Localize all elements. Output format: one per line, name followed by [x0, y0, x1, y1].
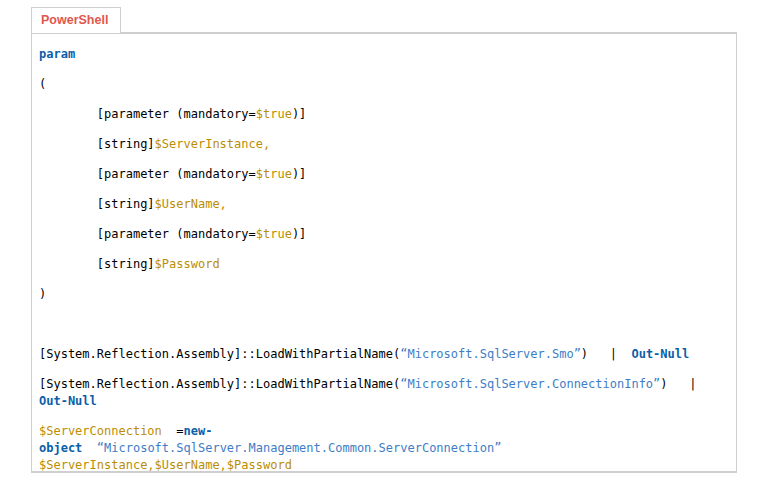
- code-token: [string]: [39, 257, 155, 271]
- tab-powershell-label: PowerShell: [41, 13, 108, 27]
- code-line: [parameter (mandatory=$true)]: [39, 166, 728, 183]
- code-token: $true: [256, 227, 292, 241]
- code-token: [System.Reflection.Assembly]::LoadWithPa…: [39, 377, 400, 391]
- code-line: [39, 316, 728, 333]
- code-token: $ServerInstance,$UserName,$Password: [39, 458, 292, 472]
- code-token: )]: [292, 107, 306, 121]
- code-token: [parameter (mandatory=: [39, 227, 256, 241]
- code-token: ) |: [581, 347, 632, 361]
- code-token: [parameter (mandatory=: [39, 167, 256, 181]
- code-line: $ServerConnection =new- object “Microsof…: [39, 423, 728, 473]
- code-token: [82, 441, 96, 455]
- code-line: [parameter (mandatory=$true)]: [39, 106, 728, 123]
- code-token: ) |: [660, 377, 711, 391]
- code-line: [System.Reflection.Assembly]::LoadWithPa…: [39, 376, 728, 410]
- code-token: new-: [184, 424, 213, 438]
- code-line: [string]$UserName,: [39, 196, 728, 213]
- code-token: [System.Reflection.Assembly]::LoadWithPa…: [39, 347, 400, 361]
- code-token: =: [162, 424, 184, 438]
- code-token: $ServerConnection: [39, 424, 162, 438]
- code-token: “Microsoft.SqlServer.ConnectionInfo”: [400, 377, 660, 391]
- code-token: $UserName,: [155, 197, 227, 211]
- code-block: param( [parameter (mandatory=$true)] [st…: [31, 32, 737, 473]
- code-token: )]: [292, 227, 306, 241]
- code-token: [string]: [39, 197, 155, 211]
- code-token: Out-Null: [39, 394, 97, 408]
- code-line: param: [39, 46, 728, 63]
- code-token: Out-Null: [631, 347, 689, 361]
- code-token: param: [39, 47, 75, 61]
- code-token: $Password: [155, 257, 220, 271]
- code-line: ): [39, 286, 728, 303]
- code-token: $ServerInstance,: [155, 137, 271, 151]
- page: PowerShell param( [parameter (mandatory=…: [0, 0, 771, 492]
- code-line: [parameter (mandatory=$true)]: [39, 226, 728, 243]
- tab-powershell[interactable]: PowerShell: [31, 7, 121, 33]
- code-line: [string]$ServerInstance,: [39, 136, 728, 153]
- code-token: ): [39, 287, 46, 301]
- code-line: (: [39, 76, 728, 93]
- code-token: (: [39, 77, 46, 91]
- code-line: [string]$Password: [39, 256, 728, 273]
- code-token: [string]: [39, 137, 155, 151]
- code-token: [parameter (mandatory=: [39, 107, 256, 121]
- code-token: $true: [256, 167, 292, 181]
- code-token: )]: [292, 167, 306, 181]
- code-token: “Microsoft.SqlServer.Management.Common.S…: [97, 441, 502, 455]
- code-line: [System.Reflection.Assembly]::LoadWithPa…: [39, 346, 728, 363]
- code-token: “Microsoft.SqlServer.Smo”: [400, 347, 581, 361]
- code-token: object: [39, 441, 82, 455]
- code-token: $true: [256, 107, 292, 121]
- code-token: [501, 441, 515, 455]
